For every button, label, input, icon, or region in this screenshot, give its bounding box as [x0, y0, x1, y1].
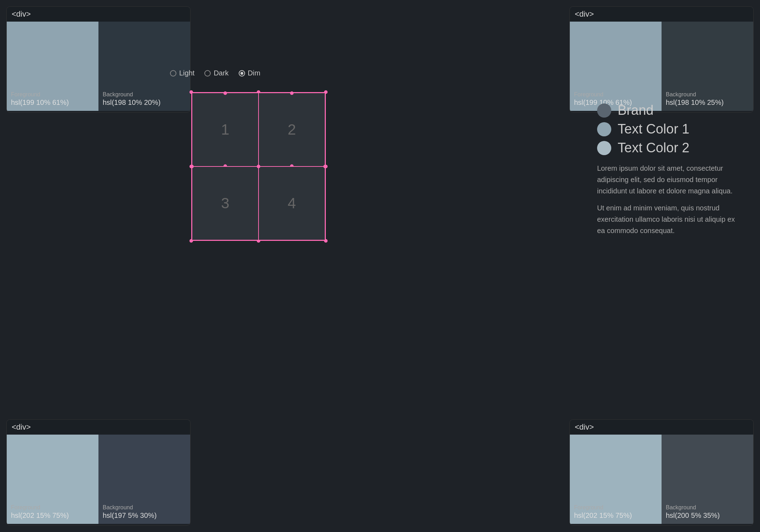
panel-tr-fg-label: Foreground — [574, 91, 657, 98]
panel-bl-fg-swatch: Foreground hsl(202 15% 75%) — [7, 435, 98, 524]
panel-tr-bg-label: Background — [666, 91, 749, 98]
grid-cell-2-label: 2 — [288, 121, 296, 138]
legend-dot-brand — [597, 103, 611, 118]
legend-label-text2: Text Color 2 — [618, 140, 690, 155]
theme-radio-dim[interactable] — [239, 70, 245, 77]
panel-tr-bg-swatch: Background hsl(198 10% 25%) — [662, 22, 753, 111]
panel-tr-title: <div> — [570, 7, 753, 22]
info-panel: Brand Text Color 1 Text Color 2 Lorem ip… — [597, 103, 739, 236]
panel-bl-title: <div> — [7, 420, 190, 435]
panel-tl-bg-label: Background — [103, 91, 186, 98]
handle-row-c[interactable] — [257, 165, 260, 168]
grid-cell-1-label: 1 — [221, 121, 229, 138]
panel-tl-title: <div> — [7, 7, 190, 22]
panel-bl-bg-swatch: Background hsl(197 5% 30%) — [98, 435, 190, 524]
legend-item-text1: Text Color 1 — [597, 121, 739, 137]
theme-selector: Light Dark Dim — [170, 69, 260, 77]
panel-br-footer: Contrast ratio 3.79 WCAG Compliance ✓ AA… — [570, 524, 753, 526]
panel-tl-fg-swatch: Foreground hsl(199 10% 61%) — [7, 22, 98, 111]
panel-tl-fg-value: hsl(199 10% 61%) — [11, 98, 94, 107]
theme-label-dim: Dim — [248, 69, 261, 77]
theme-option-dark[interactable]: Dark — [204, 69, 228, 77]
theme-radio-light[interactable] — [170, 70, 176, 77]
panel-bl-fg-label: Foreground — [11, 504, 94, 511]
lorem-para1: Lorem ipsum dolor sit amet, consectetur … — [597, 163, 739, 197]
panel-br-fg-value: hsl(202 15% 75%) — [574, 511, 657, 520]
panel-tr-fg-swatch: Foreground hsl(199 10% 61%) — [570, 22, 662, 111]
panel-br-title: <div> — [570, 420, 753, 435]
theme-label-light: Light — [179, 69, 194, 77]
legend-dot-text1 — [597, 122, 611, 136]
panel-tl-bg-swatch: Background hsl(198 10% 20%) — [98, 22, 190, 111]
grid-cell-3: 3 — [192, 166, 259, 240]
panel-br-fg-label: Foreground — [574, 504, 657, 511]
panel-top-right: <div> Foreground hsl(199 10% 61%) Backgr… — [569, 6, 754, 113]
handle-col2-t[interactable] — [290, 91, 294, 95]
theme-radio-dark[interactable] — [204, 70, 211, 77]
theme-option-dim[interactable]: Dim — [239, 69, 261, 77]
canvas-area: 1 2 3 4 — [191, 92, 326, 241]
panel-top-left: <div> Foreground hsl(199 10% 61%) Backgr… — [6, 6, 191, 113]
grid-cell-1: 1 — [192, 93, 259, 166]
panel-br-bg-label: Background — [666, 504, 749, 511]
handle-row-r[interactable] — [323, 165, 327, 168]
grid-cell-2: 2 — [259, 93, 325, 166]
legend-label-text1: Text Color 1 — [618, 121, 690, 137]
legend-dot-text2 — [597, 141, 611, 155]
legend-item-text2: Text Color 2 — [597, 140, 739, 155]
panel-bottom-left: <div> Foreground hsl(202 15% 75%) Backgr… — [6, 419, 191, 526]
grid-container: 1 2 3 4 — [191, 92, 326, 241]
legend-item-brand: Brand — [597, 103, 739, 118]
panel-bl-footer: Contrast ratio 4.64 WCAG Compliance ✓ AA… — [7, 524, 190, 526]
lorem-para2: Ut enim ad minim veniam, quis nostrud ex… — [597, 202, 739, 236]
lorem-text: Lorem ipsum dolor sit amet, consectetur … — [597, 163, 739, 236]
panel-tl-bg-value: hsl(198 10% 20%) — [103, 98, 186, 107]
legend-label-brand: Brand — [618, 103, 653, 118]
panel-br-bg-value: hsl(200 5% 35%) — [666, 511, 749, 520]
panel-bl-bg-label: Background — [103, 504, 186, 511]
panel-br-bg-swatch: Background hsl(200 5% 35%) — [662, 435, 753, 524]
theme-label-dark: Dark — [214, 69, 228, 77]
panel-tl-footer: Contrast ratio 4.59 WCAG Compliance ✓ AA… — [7, 111, 190, 113]
panel-bl-bg-value: hsl(197 5% 30%) — [103, 511, 186, 520]
grid-cell-4-label: 4 — [288, 195, 296, 212]
panel-bottom-right: <div> Foreground hsl(202 15% 75%) Backgr… — [569, 419, 754, 526]
grid-cell-4: 4 — [259, 166, 325, 240]
grid-cell-3-label: 3 — [221, 195, 229, 212]
panel-br-fg-swatch: Foreground hsl(202 15% 75%) — [570, 435, 662, 524]
panel-tl-fg-label: Foreground — [11, 91, 94, 98]
theme-option-light[interactable]: Light — [170, 69, 194, 77]
handle-row-l[interactable] — [190, 165, 194, 168]
panel-bl-fg-value: hsl(202 15% 75%) — [11, 511, 94, 520]
handle-col1-t[interactable] — [223, 91, 227, 95]
